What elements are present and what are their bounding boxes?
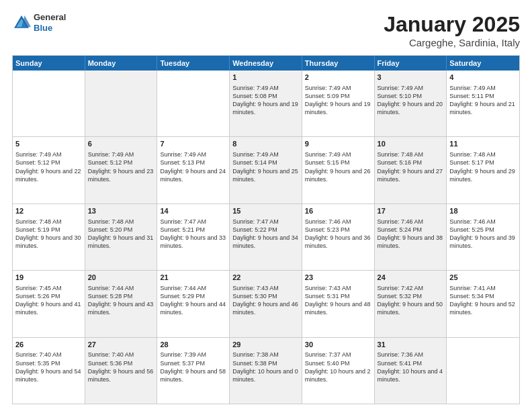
logo-icon (12, 13, 31, 32)
daylight-text: Daylight: 9 hours and 58 minutes. (160, 368, 226, 383)
calendar-cell: 13Sunrise: 7:48 AMSunset: 5:20 PMDayligh… (85, 204, 158, 270)
daylight-text: Daylight: 9 hours and 24 minutes. (160, 168, 226, 183)
calendar-cell: 30Sunrise: 7:37 AMSunset: 5:40 PMDayligh… (302, 338, 375, 404)
calendar-cell: 19Sunrise: 7:45 AMSunset: 5:26 PMDayligh… (13, 271, 85, 336)
sunset-text: Sunset: 5:30 PM (232, 293, 277, 300)
calendar-cell (13, 71, 85, 136)
calendar-cell: 29Sunrise: 7:38 AMSunset: 5:38 PMDayligh… (230, 338, 302, 404)
day-number: 31 (378, 340, 444, 350)
day-number: 30 (305, 340, 371, 350)
calendar-row-5: 26Sunrise: 7:40 AMSunset: 5:35 PMDayligh… (13, 337, 519, 404)
day-number: 27 (88, 340, 154, 350)
day-number: 7 (160, 139, 226, 149)
day-number: 29 (232, 340, 299, 350)
day-number: 28 (160, 340, 226, 350)
day-number: 15 (232, 206, 299, 216)
calendar-cell: 11Sunrise: 7:48 AMSunset: 5:17 PMDayligh… (447, 137, 519, 203)
sunset-text: Sunset: 5:31 PM (305, 293, 350, 300)
sunrise-text: Sunrise: 7:45 AM (15, 285, 62, 291)
sunrise-text: Sunrise: 7:38 AM (232, 351, 279, 358)
calendar-cell: 23Sunrise: 7:43 AMSunset: 5:31 PMDayligh… (302, 271, 375, 336)
daylight-text: Daylight: 9 hours and 25 minutes. (232, 168, 298, 183)
calendar-cell: 6Sunrise: 7:49 AMSunset: 5:12 PMDaylight… (85, 137, 158, 203)
day-number: 23 (305, 273, 371, 283)
month-title: January 2025 (384, 12, 520, 37)
day-number: 9 (305, 139, 371, 149)
title-block: January 2025 Cargeghe, Sardinia, Italy (384, 12, 520, 48)
sunset-text: Sunset: 5:23 PM (305, 226, 350, 233)
sunrise-text: Sunrise: 7:43 AM (232, 285, 279, 291)
calendar-cell: 3Sunrise: 7:49 AMSunset: 5:10 PMDaylight… (375, 71, 447, 136)
calendar-cell: 14Sunrise: 7:47 AMSunset: 5:21 PMDayligh… (157, 204, 230, 270)
daylight-text: Daylight: 9 hours and 27 minutes. (378, 168, 443, 183)
sunrise-text: Sunrise: 7:49 AM (232, 151, 279, 158)
calendar-cell: 1Sunrise: 7:49 AMSunset: 5:08 PMDaylight… (230, 71, 302, 136)
daylight-text: Daylight: 9 hours and 50 minutes. (378, 301, 443, 316)
sunrise-text: Sunrise: 7:37 AM (305, 351, 351, 358)
calendar-cell: 18Sunrise: 7:46 AMSunset: 5:25 PMDayligh… (447, 204, 519, 270)
sunrise-text: Sunrise: 7:46 AM (378, 218, 424, 225)
sunset-text: Sunset: 5:24 PM (378, 226, 423, 233)
daylight-text: Daylight: 9 hours and 34 minutes. (232, 234, 298, 249)
daylight-text: Daylight: 10 hours and 2 minutes. (305, 368, 371, 383)
day-number: 6 (88, 139, 154, 149)
day-number: 26 (15, 340, 82, 350)
day-number: 4 (449, 73, 517, 83)
sunset-text: Sunset: 5:14 PM (232, 159, 277, 166)
sunset-text: Sunset: 5:11 PM (449, 93, 494, 99)
logo-general: General (34, 12, 66, 22)
calendar-cell: 5Sunrise: 7:49 AMSunset: 5:12 PMDaylight… (13, 137, 85, 203)
location: Cargeghe, Sardinia, Italy (384, 37, 520, 48)
daylight-text: Daylight: 9 hours and 19 minutes. (305, 101, 371, 116)
sunrise-text: Sunrise: 7:44 AM (160, 285, 206, 291)
daylight-text: Daylight: 9 hours and 29 minutes. (449, 168, 515, 183)
daylight-text: Daylight: 9 hours and 30 minutes. (15, 234, 81, 249)
calendar-cell: 9Sunrise: 7:49 AMSunset: 5:15 PMDaylight… (302, 137, 375, 203)
daylight-text: Daylight: 9 hours and 31 minutes. (88, 234, 154, 249)
sunrise-text: Sunrise: 7:49 AM (88, 151, 134, 158)
calendar-cell (85, 71, 158, 136)
calendar-cell (157, 71, 230, 136)
calendar-cell: 20Sunrise: 7:44 AMSunset: 5:28 PMDayligh… (85, 271, 158, 336)
sunset-text: Sunset: 5:10 PM (378, 93, 423, 99)
day-number: 22 (232, 273, 299, 283)
calendar-cell: 10Sunrise: 7:48 AMSunset: 5:16 PMDayligh… (375, 137, 447, 203)
sunset-text: Sunset: 5:25 PM (449, 226, 494, 233)
day-number: 12 (15, 206, 82, 216)
daylight-text: Daylight: 10 hours and 0 minutes. (232, 368, 298, 383)
day-number: 24 (378, 273, 444, 283)
sunset-text: Sunset: 5:36 PM (88, 360, 133, 367)
weekday-header-friday: Friday (375, 56, 447, 71)
calendar-cell: 25Sunrise: 7:41 AMSunset: 5:34 PMDayligh… (447, 271, 519, 336)
sunrise-text: Sunrise: 7:46 AM (305, 218, 351, 225)
calendar-cell: 27Sunrise: 7:40 AMSunset: 5:36 PMDayligh… (85, 338, 158, 404)
sunset-text: Sunset: 5:22 PM (232, 226, 277, 233)
weekday-header-saturday: Saturday (447, 56, 519, 71)
calendar-cell: 21Sunrise: 7:44 AMSunset: 5:29 PMDayligh… (157, 271, 230, 336)
sunset-text: Sunset: 5:12 PM (88, 159, 133, 166)
sunset-text: Sunset: 5:35 PM (15, 360, 60, 367)
day-number: 17 (378, 206, 444, 216)
sunrise-text: Sunrise: 7:48 AM (88, 218, 134, 225)
sunset-text: Sunset: 5:09 PM (305, 93, 350, 99)
calendar-cell: 2Sunrise: 7:49 AMSunset: 5:09 PMDaylight… (302, 71, 375, 136)
sunrise-text: Sunrise: 7:49 AM (305, 151, 351, 158)
day-number: 18 (449, 206, 517, 216)
daylight-text: Daylight: 9 hours and 23 minutes. (88, 168, 154, 183)
sunset-text: Sunset: 5:13 PM (160, 159, 205, 166)
header: General Blue January 2025 Cargeghe, Sard… (12, 12, 520, 48)
calendar-cell: 22Sunrise: 7:43 AMSunset: 5:30 PMDayligh… (230, 271, 302, 336)
daylight-text: Daylight: 9 hours and 38 minutes. (378, 234, 443, 249)
sunset-text: Sunset: 5:38 PM (232, 360, 277, 367)
weekday-header-wednesday: Wednesday (230, 56, 302, 71)
sunrise-text: Sunrise: 7:49 AM (305, 85, 351, 91)
sunset-text: Sunset: 5:28 PM (88, 293, 133, 300)
daylight-text: Daylight: 9 hours and 52 minutes. (449, 301, 515, 316)
sunrise-text: Sunrise: 7:43 AM (305, 285, 351, 291)
calendar-cell: 28Sunrise: 7:39 AMSunset: 5:37 PMDayligh… (157, 338, 230, 404)
sunset-text: Sunset: 5:20 PM (88, 226, 133, 233)
day-number: 10 (378, 139, 444, 149)
calendar-cell: 7Sunrise: 7:49 AMSunset: 5:13 PMDaylight… (157, 137, 230, 203)
sunset-text: Sunset: 5:29 PM (160, 293, 205, 300)
day-number: 11 (449, 139, 517, 149)
